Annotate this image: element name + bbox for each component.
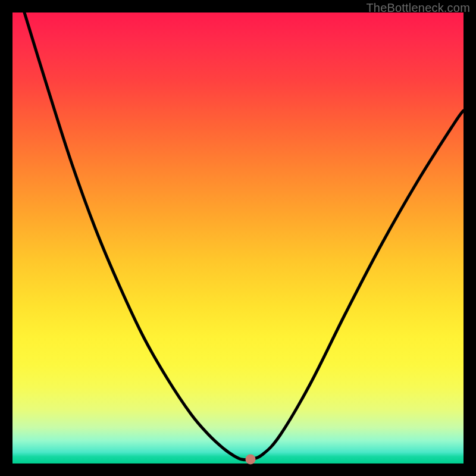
bottleneck-curve bbox=[12, 12, 464, 464]
highlight-dot bbox=[246, 455, 256, 465]
attribution-text: TheBottleneck.com bbox=[366, 1, 470, 15]
chart-frame: TheBottleneck.com bbox=[0, 0, 476, 476]
